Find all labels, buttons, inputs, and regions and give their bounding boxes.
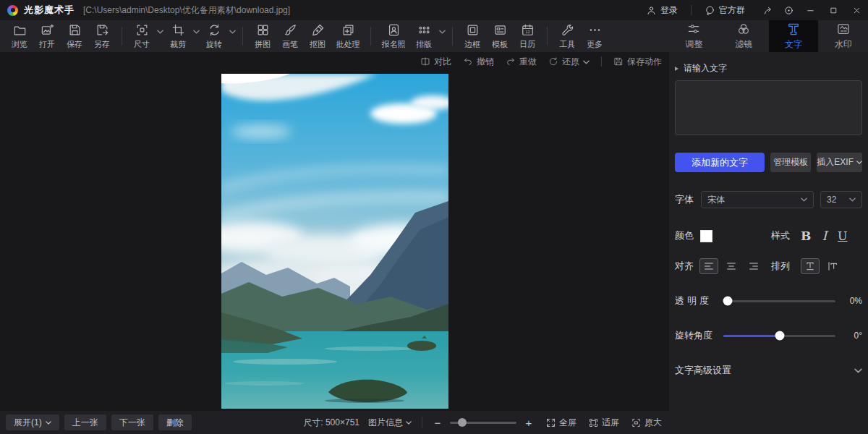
rotate-icon <box>208 23 221 37</box>
maximize-button[interactable] <box>822 0 845 20</box>
close-button[interactable] <box>845 0 868 20</box>
batch-button[interactable]: 批处理 <box>331 23 365 50</box>
open-button[interactable]: 打开 <box>33 23 61 50</box>
actual-size-icon <box>631 417 642 428</box>
font-size-select[interactable]: 32 <box>820 191 862 208</box>
template-button[interactable]: 模板 <box>486 23 514 50</box>
fullscreen-icon <box>545 417 556 428</box>
tab-text[interactable]: 文字 <box>769 20 819 52</box>
crop-dropdown[interactable] <box>192 30 200 34</box>
actual-size-button[interactable]: 原大 <box>631 417 662 429</box>
advanced-settings-label: 文字高级设置 <box>675 364 731 377</box>
browse-button[interactable]: 浏览 <box>6 23 33 50</box>
layout-dropdown[interactable] <box>438 30 446 34</box>
restore-dropdown[interactable] <box>583 56 590 67</box>
tab-filter[interactable]: 滤镜 <box>719 20 769 52</box>
align-right-button[interactable] <box>744 258 763 274</box>
save-as-button[interactable]: 另存 <box>88 23 116 50</box>
resize-button[interactable]: 尺寸 <box>128 23 156 50</box>
manage-template-button[interactable]: 管理模板 <box>770 153 811 172</box>
resize-dropdown[interactable] <box>156 30 164 34</box>
text-input[interactable] <box>675 80 862 135</box>
text-vertical-button[interactable] <box>823 258 842 274</box>
layout-button[interactable]: 排版 <box>410 23 438 50</box>
save-action-button[interactable]: 保存动作 <box>613 56 662 68</box>
fit-screen-button[interactable]: 适屏 <box>588 417 619 429</box>
redo-button[interactable]: 重做 <box>506 56 537 68</box>
text-input-caption[interactable]: 请输入文字 <box>675 62 862 75</box>
arrange-label: 排列 <box>771 260 790 273</box>
advanced-settings-row[interactable]: 文字高级设置 <box>675 364 862 377</box>
chevron-down-icon <box>46 421 51 425</box>
align-left-button[interactable] <box>699 258 718 274</box>
expand-button[interactable]: 展开(1) <box>6 414 59 430</box>
opacity-slider[interactable] <box>723 300 835 302</box>
zoom-in-button[interactable]: + <box>524 417 534 429</box>
crop-icon <box>171 23 185 37</box>
next-image-button[interactable]: 下一张 <box>111 414 153 430</box>
color-group: 颜色 <box>675 229 771 242</box>
bottom-bar-divider <box>422 417 422 428</box>
bold-button[interactable]: B <box>801 229 811 243</box>
align-center-button[interactable] <box>722 258 741 274</box>
id-photo-button[interactable]: 报名照 <box>377 23 410 50</box>
floppy-arrow-icon <box>95 23 109 37</box>
image-info-button[interactable]: 图片信息 <box>368 417 412 429</box>
border-button[interactable]: 边框 <box>459 23 486 50</box>
style-label: 样式 <box>771 229 790 242</box>
font-family-select[interactable]: 宋体 <box>701 191 814 208</box>
opacity-slider-knob[interactable] <box>723 297 733 306</box>
share-button[interactable] <box>758 0 778 20</box>
prev-image-button[interactable]: 上一张 <box>64 414 106 430</box>
brush-button[interactable]: 画笔 <box>276 23 304 50</box>
italic-button[interactable]: I <box>822 229 827 243</box>
opacity-row: 透明度 0% <box>675 294 862 307</box>
tools-button[interactable]: 工具 <box>553 23 581 50</box>
rotation-row: 旋转角度 0° <box>675 329 862 342</box>
fullscreen-button[interactable]: 全屏 <box>545 417 576 429</box>
tab-watermark[interactable]: 水印 <box>818 20 868 52</box>
text-horizontal-button[interactable] <box>801 258 820 274</box>
resize-icon <box>135 23 149 37</box>
save-button[interactable]: 保存 <box>61 23 88 50</box>
more-button[interactable]: 更多 <box>581 23 608 50</box>
delete-button[interactable]: 删除 <box>158 414 192 430</box>
color-swatch[interactable] <box>700 230 712 242</box>
restore-button[interactable]: 还原 <box>548 56 590 68</box>
tab-adjust[interactable]: 调整 <box>669 20 719 52</box>
chevron-down-icon <box>193 30 200 34</box>
undo-button[interactable]: 撤销 <box>463 56 494 68</box>
text-vertical-icon <box>827 260 838 272</box>
rotation-slider-knob[interactable] <box>775 331 784 341</box>
image-plus-icon <box>41 23 54 37</box>
grid-icon <box>256 23 270 37</box>
photo-canvas[interactable] <box>0 71 669 411</box>
align-group: 对齐 <box>675 258 771 274</box>
settings-button[interactable] <box>778 0 799 20</box>
zoom-out-button[interactable]: − <box>433 417 443 429</box>
calendar-button[interactable]: 12 日历 <box>514 23 541 50</box>
file-path: [C:\Users\admin\Desktop\优化备用素材\download.… <box>83 4 290 17</box>
crop-button[interactable]: 裁剪 <box>164 23 192 50</box>
underline-button[interactable]: U <box>838 229 847 243</box>
official-group-button[interactable]: 官方群 <box>705 4 745 17</box>
rotation-slider[interactable] <box>723 335 835 337</box>
compare-icon <box>420 56 430 67</box>
compare-button[interactable]: 对比 <box>420 56 451 68</box>
login-button[interactable]: 登录 <box>646 4 678 17</box>
cutout-button[interactable]: 抠图 <box>304 23 331 50</box>
zoom-slider[interactable] <box>450 422 516 424</box>
arrange-group: 排列 <box>771 258 846 274</box>
redo-icon <box>506 56 516 67</box>
rotate-button[interactable]: 旋转 <box>200 23 228 50</box>
zoom-slider-knob[interactable] <box>458 418 467 427</box>
collage-button[interactable]: 拼图 <box>249 23 276 50</box>
insert-exif-button[interactable]: 插入EXIF <box>817 153 862 172</box>
rotate-dropdown[interactable] <box>228 30 237 34</box>
style-group: 样式 B I U <box>771 229 848 243</box>
app-title: 光影魔术手 <box>24 4 75 17</box>
minimize-button[interactable] <box>799 0 822 20</box>
frame-icon <box>466 23 480 37</box>
add-text-button[interactable]: 添加新的文字 <box>675 153 765 172</box>
toolbar-divider <box>122 27 122 46</box>
